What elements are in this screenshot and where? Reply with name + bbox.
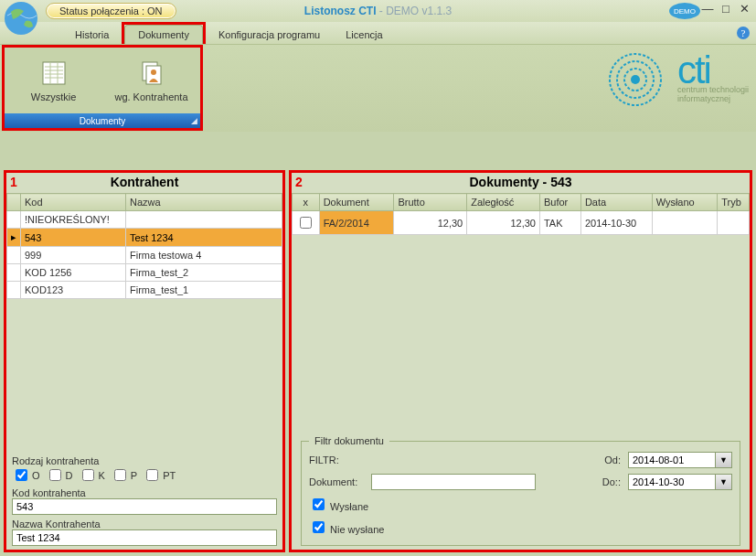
wyslane-checkbox[interactable]: Wysłane	[309, 496, 368, 513]
type-k[interactable]: K	[79, 466, 105, 484]
type-o[interactable]: O	[12, 466, 40, 484]
svg-point-18	[631, 75, 640, 84]
table-row[interactable]: FA/2/2014 12,30 12,30 TAK 2014-10-30	[293, 211, 750, 235]
tab-historia[interactable]: Historia	[62, 26, 122, 44]
do-label: Do::	[602, 476, 621, 487]
demo-badge-icon: DEMO	[668, 2, 701, 20]
table-row[interactable]: ▸543Test 1234	[7, 229, 282, 247]
do-date-dropdown[interactable]: ▼	[716, 474, 732, 490]
od-label: Od:	[604, 454, 621, 465]
ribbon-btn-wg-kontrahenta-label: wg. Kontrahenta	[114, 91, 187, 102]
filtr-label: FILTR:	[309, 454, 364, 465]
dokument-input[interactable]	[371, 474, 536, 490]
od-date-input[interactable]	[628, 452, 716, 468]
svg-point-14	[151, 70, 156, 75]
filtr-legend: Filtr dokumentu	[309, 435, 389, 446]
tab-konfiguracja[interactable]: Konfiguracja programu	[206, 26, 333, 44]
globe-icon	[2, 0, 40, 37]
col-tryb[interactable]: Tryb	[718, 194, 750, 211]
table-row[interactable]: !NIEOKREŚLONY!	[7, 211, 282, 229]
brand-spiral-icon	[606, 50, 665, 109]
kontrahent-filters: Rodzaj kontrahenta O D K P PT Kod kontra…	[6, 450, 282, 550]
panel-kontrahent: 1 Kontrahent Kod Nazwa !NIEOKREŚLONY! ▸5…	[4, 170, 285, 552]
col-data[interactable]: Data	[580, 194, 652, 211]
brand-tagline2: informatycznej	[677, 95, 749, 104]
kod-input[interactable]	[12, 498, 277, 515]
app-title: Listonosz CTI - DEMO v1.1.3	[0, 5, 756, 17]
svg-text:?: ?	[741, 27, 746, 38]
col-bufor[interactable]: Bufor	[539, 194, 580, 211]
col-brutto[interactable]: Brutto	[394, 194, 467, 211]
col-kod[interactable]: Kod	[21, 194, 126, 211]
titlebar: Status połączenia : ON Listonosz CTI - D…	[0, 0, 756, 22]
close-button[interactable]: ✕	[738, 2, 751, 16]
minimize-button[interactable]: —	[701, 2, 714, 16]
ribbon-btn-wszystkie-label: Wszystkie	[31, 91, 77, 102]
svg-point-0	[5, 2, 37, 35]
type-p[interactable]: P	[111, 466, 137, 484]
row-checkbox[interactable]	[300, 217, 312, 229]
dokumenty-table[interactable]: x Dokument Brutto Zaległość Bufor Data W…	[292, 193, 750, 235]
nazwa-input[interactable]	[12, 529, 277, 546]
type-d[interactable]: D	[46, 466, 73, 484]
ribbon-btn-wg-kontrahenta[interactable]: wg. Kontrahenta	[102, 48, 200, 113]
table-row[interactable]: 999Firma testowa 4	[7, 247, 282, 264]
table-row[interactable]: KOD 1256Firma_test_2	[7, 264, 282, 282]
col-dokument[interactable]: Dokument	[319, 194, 394, 211]
col-zaleglosc[interactable]: Zaległość	[467, 194, 540, 211]
maximize-button[interactable]: □	[719, 2, 732, 16]
ribbon-group-dokumenty: Wszystkie wg. Kontrahenta Dokumenty ◢	[2, 45, 203, 131]
rodzaj-label: Rodzaj kontrahenta	[12, 455, 277, 466]
panel-dokumenty-title: Dokumenty - 543	[292, 173, 750, 193]
ribbon-btn-wszystkie[interactable]: Wszystkie	[5, 48, 102, 113]
table-row[interactable]: KOD123Firma_test_1	[7, 282, 282, 299]
brand-logo: cti centrum technologii informatycznej	[606, 50, 749, 109]
panel-kontrahent-title: Kontrahent	[6, 173, 282, 193]
panel-number-1: 1	[10, 175, 17, 189]
do-date-input[interactable]	[628, 474, 716, 490]
type-pt[interactable]: PT	[143, 466, 176, 484]
col-x[interactable]: x	[293, 194, 320, 211]
dokument-filters: Filtr dokumentu FILTR: Od: ▼ Dokument: D…	[292, 430, 750, 550]
help-icon[interactable]: ?	[736, 26, 751, 40]
kod-label: Kod kontrahenta	[12, 487, 277, 498]
svg-rect-5	[43, 62, 65, 84]
dokument-label: Dokument:	[309, 476, 364, 487]
kontrahent-table[interactable]: Kod Nazwa !NIEOKREŚLONY! ▸543Test 1234 9…	[6, 193, 282, 299]
documents-all-icon	[39, 59, 69, 88]
panel-dokumenty: 2 Dokumenty - 543 x Dokument Brutto Zale…	[289, 170, 752, 552]
ribbon-group-caption: Dokumenty ◢	[5, 113, 200, 128]
niewyslane-checkbox[interactable]: Nie wysłane	[309, 519, 384, 536]
ribbon: Wszystkie wg. Kontrahenta Dokumenty ◢	[0, 44, 756, 132]
nazwa-label: Nazwa Kontrahenta	[12, 519, 277, 529]
ribbon-expand-icon[interactable]: ◢	[191, 116, 197, 125]
od-date-dropdown[interactable]: ▼	[716, 452, 732, 468]
tab-dokumenty[interactable]: Dokumenty	[124, 25, 203, 44]
panel-number-2: 2	[295, 175, 303, 189]
col-wyslano[interactable]: Wysłano	[652, 194, 718, 211]
tab-licencja[interactable]: Licencja	[333, 26, 395, 44]
documents-by-contractor-icon	[137, 59, 166, 88]
col-nazwa[interactable]: Nazwa	[126, 194, 282, 211]
menubar: Historia Dokumenty Konfiguracja programu…	[0, 22, 756, 44]
brand-text: cti	[677, 55, 749, 86]
svg-text:DEMO: DEMO	[674, 7, 696, 16]
